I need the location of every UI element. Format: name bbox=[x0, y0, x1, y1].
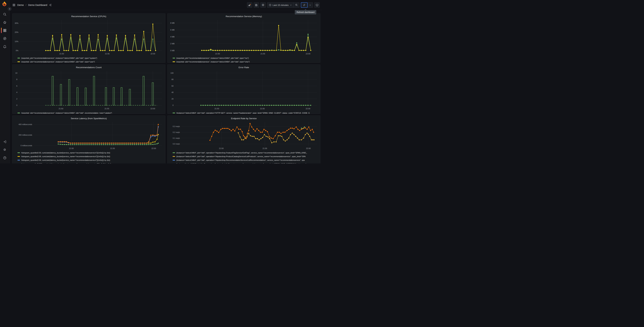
zoom-out-button[interactable] bbox=[294, 2, 300, 8]
legend-label: {instance="otelcol:9464", job="otel", op… bbox=[176, 159, 305, 161]
refresh-picker bbox=[301, 2, 313, 8]
svg-text:0.3 req/s: 0.3 req/s bbox=[172, 126, 180, 128]
dashboard-settings-button[interactable]: ⚙ bbox=[260, 2, 266, 8]
breadcrumb: Demo / Demo Dashboard bbox=[12, 4, 52, 6]
time-series-chart[interactable]: 21:5021:5522:000 milliseconds200 millise… bbox=[14, 120, 164, 150]
panel-title[interactable]: Service Latency (from SpanMetrics) bbox=[14, 117, 164, 120]
refresh-icon bbox=[303, 4, 306, 6]
grafana-logo[interactable] bbox=[2, 1, 8, 8]
sidebar-expand-button[interactable] bbox=[8, 7, 12, 11]
svg-text:2: 2 bbox=[16, 98, 17, 100]
panel-title[interactable]: Recommendations Count bbox=[14, 66, 164, 69]
legend-swatch bbox=[18, 152, 20, 153]
legend: {exported_job="recommendationservice", i… bbox=[18, 56, 164, 63]
legend: histogram_quantile(0.50, sum(rate(latenc… bbox=[18, 151, 164, 164]
svg-text:21:50: 21:50 bbox=[69, 148, 74, 150]
legend-item[interactable]: {instance="otelcol:9464", job="otel", op… bbox=[172, 158, 319, 162]
svg-text:0.1 req/s: 0.1 req/s bbox=[172, 137, 180, 139]
legend-item[interactable]: {exported_job="recommendationservice", i… bbox=[18, 111, 164, 114]
tv-cycle-button[interactable] bbox=[314, 2, 320, 8]
legend: {exported_job="recommendationservice", i… bbox=[18, 111, 164, 114]
svg-text:21:50: 21:50 bbox=[58, 108, 63, 110]
legend-label: {exported_job="recommendationservice", i… bbox=[176, 57, 249, 59]
top-navigation: Demo / Demo Dashboard ⚙ Last 15 minutes bbox=[10, 0, 322, 10]
panel-title[interactable]: Endpoint Rate by Service bbox=[169, 117, 319, 120]
svg-text:22:00: 22:00 bbox=[306, 108, 310, 110]
svg-text:21:50: 21:50 bbox=[219, 148, 224, 150]
legend-item[interactable]: {instance="otelcol:9464", job="otel", op… bbox=[172, 162, 319, 164]
svg-text:2 MB: 2 MB bbox=[170, 43, 174, 45]
legend-label: histogram_quantile(0.95, sum(rate(latenc… bbox=[21, 156, 110, 158]
svg-text:0 MB: 0 MB bbox=[170, 50, 174, 52]
legend-item[interactable]: {exported_job="recommendationservice", i… bbox=[18, 60, 164, 63]
add-panel-button[interactable] bbox=[247, 2, 252, 8]
time-range-button[interactable]: Last 15 minutes bbox=[267, 2, 294, 8]
svg-text:10%: 10% bbox=[15, 40, 18, 42]
sidebar-item-settings[interactable]: ⚙ bbox=[0, 146, 10, 154]
legend-label: histogram_quantile(0.99, sum(rate(latenc… bbox=[21, 159, 110, 161]
breadcrumb-dashboard[interactable]: Demo Dashboard bbox=[28, 4, 47, 6]
legend-swatch bbox=[172, 58, 175, 58]
legend-item[interactable]: {instance="otelcol:9464", job="otel", op… bbox=[172, 111, 319, 114]
legend: {exported_job="recommendationservice", i… bbox=[172, 56, 319, 63]
panel-title[interactable]: Recommendation Service (CPU%) bbox=[14, 14, 164, 18]
dashboard-grid: Recommendation Service (CPU%) 21:5021:55… bbox=[10, 10, 322, 164]
legend-swatch bbox=[18, 58, 20, 58]
legend-item[interactable]: histogram_quantile(0.95, sum(rate(latenc… bbox=[18, 154, 164, 158]
svg-text:100: 100 bbox=[170, 72, 174, 74]
legend-item[interactable]: {exported_job="recommendationservice", i… bbox=[172, 60, 319, 63]
legend-label: {instance="otelcol:9464", job="otel", op… bbox=[176, 152, 307, 154]
svg-text:6 MB: 6 MB bbox=[170, 29, 174, 31]
svg-text:60: 60 bbox=[172, 85, 174, 87]
refresh-dashboard-button[interactable] bbox=[301, 2, 308, 8]
svg-text:0 milliseconds: 0 milliseconds bbox=[20, 144, 32, 146]
panel-title[interactable]: Recommendation Service (Memory) bbox=[169, 14, 319, 18]
svg-text:10: 10 bbox=[15, 72, 17, 74]
svg-text:80: 80 bbox=[172, 78, 174, 80]
panel-recommendations-count: Recommendations Count 21:5021:5522:00024… bbox=[12, 64, 165, 114]
panel-title[interactable]: Error Rate bbox=[169, 66, 319, 69]
svg-text:22:00: 22:00 bbox=[152, 148, 156, 150]
svg-text:0.2 req/s: 0.2 req/s bbox=[172, 131, 180, 133]
bar-chart[interactable]: 21:5021:5522:000246810 bbox=[14, 69, 164, 110]
zoom-out-icon bbox=[295, 4, 298, 6]
tooltip-refresh-dashboard: Refresh dashboard bbox=[295, 10, 316, 14]
sidebar-item-search[interactable] bbox=[0, 10, 10, 18]
svg-text:21:50: 21:50 bbox=[60, 53, 64, 55]
refresh-interval-dropdown[interactable] bbox=[308, 2, 313, 8]
svg-text:21:50: 21:50 bbox=[214, 108, 219, 110]
gear-icon: ⚙ bbox=[262, 4, 264, 6]
legend-item[interactable]: {exported_job="recommendationservice", i… bbox=[172, 56, 319, 60]
svg-text:6: 6 bbox=[16, 85, 17, 87]
legend-item[interactable]: {exported_job="recommendationservice", i… bbox=[18, 56, 164, 60]
time-series-chart[interactable]: 21:5021:5522:000.0 req/s0.1 req/s0.2 req… bbox=[169, 120, 319, 150]
sidebar: ⚙ ? bbox=[0, 0, 10, 164]
legend-item[interactable]: {instance="otelcol:9464", job="otel", op… bbox=[172, 151, 319, 154]
share-icon[interactable] bbox=[49, 4, 52, 6]
svg-text:22:00: 22:00 bbox=[150, 53, 155, 55]
chevron-down-icon bbox=[290, 4, 292, 6]
sidebar-item-sign-in[interactable] bbox=[0, 138, 10, 146]
legend-label: {instance="otelcol:9464", job="otel", op… bbox=[176, 112, 310, 114]
dashboard-toolbar: ⚙ Last 15 minutes bbox=[247, 2, 320, 8]
svg-text:40: 40 bbox=[172, 91, 174, 93]
sidebar-item-help[interactable]: ? bbox=[0, 154, 10, 162]
sidebar-item-explore[interactable] bbox=[0, 34, 10, 42]
active-indicator bbox=[1, 28, 2, 33]
legend-swatch bbox=[18, 62, 20, 62]
sidebar-item-alerting[interactable] bbox=[0, 42, 10, 50]
sidebar-item-dashboards[interactable] bbox=[0, 26, 10, 34]
legend-item[interactable]: {instance="otelcol:9464", job="otel", op… bbox=[172, 154, 319, 158]
legend-label: {exported_job="recommendationservice", i… bbox=[21, 61, 95, 63]
breadcrumb-folder[interactable]: Demo bbox=[17, 4, 24, 6]
legend-item[interactable]: histogram_quantile(0.999, sum(rate(laten… bbox=[18, 162, 164, 164]
time-series-chart[interactable]: 21:5021:5522:00020406080100 bbox=[169, 69, 319, 110]
legend-swatch bbox=[18, 113, 20, 113]
legend-item[interactable]: histogram_quantile(0.99, sum(rate(latenc… bbox=[18, 158, 164, 162]
save-dashboard-button[interactable] bbox=[254, 2, 259, 8]
time-series-chart[interactable]: 21:5021:5522:000 MB2 MB4 MB6 MB8 MB bbox=[169, 18, 319, 56]
sidebar-item-starred[interactable] bbox=[0, 18, 10, 26]
svg-text:400 milliseconds: 400 milliseconds bbox=[18, 124, 32, 126]
time-series-chart[interactable]: 21:5021:5522:000%10%20%30% bbox=[14, 18, 164, 56]
legend-item[interactable]: histogram_quantile(0.50, sum(rate(latenc… bbox=[18, 151, 164, 154]
